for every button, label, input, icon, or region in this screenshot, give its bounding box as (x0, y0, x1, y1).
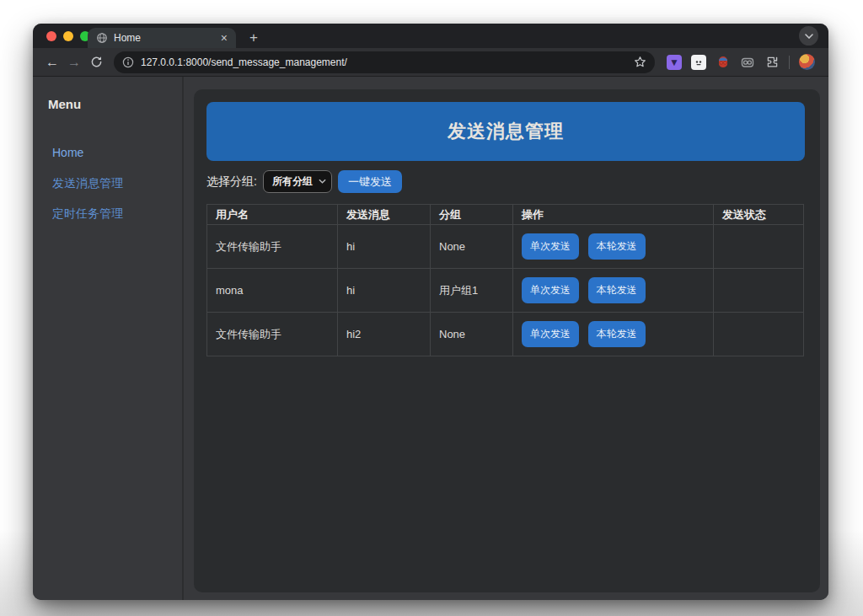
toolbar-separator (789, 56, 790, 69)
browser-menu-icon[interactable] (824, 55, 828, 70)
cell-status (714, 225, 804, 269)
extension-purple-icon[interactable]: ▼ (667, 55, 682, 70)
sidebar-item-scheduled-tasks[interactable]: 定时任务管理 (52, 206, 123, 222)
single-send-button[interactable]: 单次发送 (522, 277, 579, 303)
controls-row: 选择分组: 所有分组 一键发送 (206, 170, 820, 193)
tab-close-icon[interactable]: × (219, 32, 229, 44)
main-panel: 发送消息管理 选择分组: 所有分组 一键发送 (194, 89, 820, 592)
bookmark-star-icon[interactable] (634, 56, 646, 68)
extensions-puzzle-icon[interactable] (764, 55, 780, 70)
forward-button[interactable]: → (63, 51, 85, 73)
cell-actions: 单次发送 本轮发送 (513, 313, 714, 356)
table-row: 文件传输助手 hi None 单次发送 本轮发送 (207, 225, 804, 269)
address-bar[interactable]: 127.0.0.1:8000/send_message_management/ (114, 51, 655, 73)
page-title: 发送消息管理 (448, 119, 564, 144)
table-row: mona hi 用户组1 单次发送 本轮发送 (207, 269, 804, 313)
col-header-actions: 操作 (513, 205, 714, 225)
chevron-down-icon (319, 179, 326, 184)
group-select-value: 所有分组 (272, 174, 313, 189)
cell-actions: 单次发送 本轮发送 (513, 269, 714, 313)
sidebar-item-home[interactable]: Home (52, 146, 83, 159)
cell-message: hi (338, 269, 431, 313)
group-select[interactable]: 所有分组 (263, 170, 332, 193)
browser-tab-home[interactable]: Home × (88, 28, 236, 48)
browser-toolbar: ← → 127.0.0.1:8000/send_message_manageme… (33, 48, 828, 77)
table-header-row: 用户名 发送消息 分组 操作 发送状态 (207, 205, 804, 225)
cell-status (714, 313, 804, 356)
extensions-area: ▼ (667, 54, 828, 70)
table-row: 文件传输助手 hi2 None 单次发送 本轮发送 (207, 313, 804, 356)
cell-username: 文件传输助手 (207, 313, 338, 356)
tab-title: Home (114, 32, 219, 44)
reload-button[interactable] (85, 51, 107, 73)
extension-robot-icon[interactable] (691, 55, 706, 70)
single-send-button[interactable]: 单次发送 (522, 233, 579, 260)
url-text[interactable]: 127.0.0.1:8000/send_message_management/ (141, 56, 627, 68)
round-send-button[interactable]: 本轮发送 (588, 277, 646, 303)
single-send-button[interactable]: 单次发送 (522, 321, 579, 347)
message-table: 用户名 发送消息 分组 操作 发送状态 文件传输助手 hi None 单次发送 … (206, 204, 804, 356)
round-send-button[interactable]: 本轮发送 (588, 233, 646, 260)
globe-favicon-icon (96, 32, 108, 44)
col-header-status: 发送状态 (714, 205, 804, 225)
extension-mask-icon[interactable] (716, 55, 731, 70)
window-controls (46, 31, 90, 41)
window-close-button[interactable] (46, 31, 56, 41)
page-content: Menu Home 发送消息管理 定时任务管理 发送消息管理 选择分组: 所有分… (33, 77, 828, 600)
sidebar-item-send-message[interactable]: 发送消息管理 (52, 176, 123, 191)
round-send-button[interactable]: 本轮发送 (588, 321, 646, 347)
col-header-message: 发送消息 (338, 205, 431, 225)
cell-username: mona (207, 269, 338, 313)
cell-message: hi2 (338, 313, 431, 356)
cell-group: None (431, 313, 513, 356)
cell-message: hi (338, 225, 431, 269)
sidebar-title: Menu (48, 97, 81, 111)
cell-group: None (431, 225, 513, 269)
cell-actions: 单次发送 本轮发送 (513, 225, 714, 269)
cell-group: 用户组1 (431, 269, 513, 313)
site-info-icon[interactable] (122, 56, 134, 68)
col-header-group: 分组 (431, 205, 513, 225)
cell-status (714, 269, 804, 313)
back-button[interactable]: ← (41, 51, 63, 73)
group-select-label: 选择分组: (206, 174, 257, 190)
window-minimize-button[interactable] (63, 31, 73, 41)
cell-username: 文件传输助手 (207, 225, 338, 269)
col-header-username: 用户名 (207, 205, 338, 225)
sidebar: Menu Home 发送消息管理 定时任务管理 (33, 77, 184, 600)
new-tab-button[interactable]: + (244, 28, 264, 48)
page-header-banner: 发送消息管理 (206, 102, 805, 161)
tab-strip: Home × + (33, 24, 828, 48)
profile-avatar[interactable] (799, 54, 815, 70)
message-table-body: 文件传输助手 hi None 单次发送 本轮发送 mona hi 用户组1 单次… (207, 225, 804, 356)
extension-goggles-icon[interactable] (740, 55, 755, 70)
send-all-button[interactable]: 一键发送 (338, 170, 402, 193)
browser-window: Home × + ← → 127.0.0.1:8000/send_message… (33, 24, 828, 600)
tab-search-button[interactable] (799, 26, 818, 46)
